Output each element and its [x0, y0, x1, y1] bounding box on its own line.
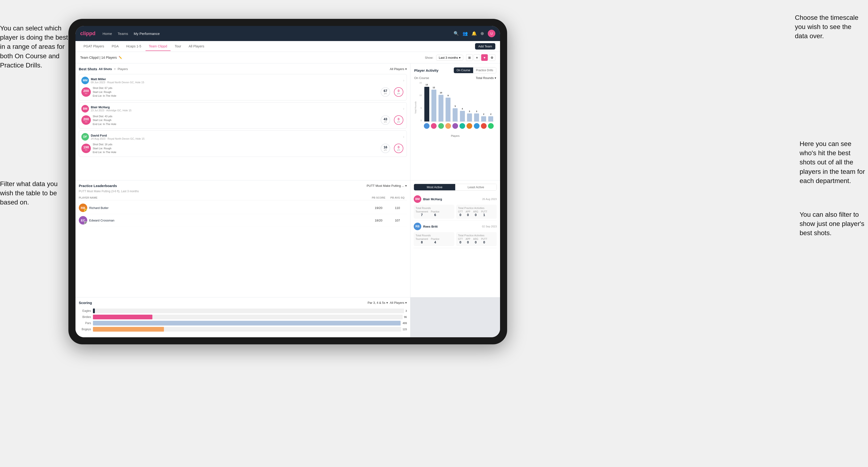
tabs-bar: PGAT Players PGA Hcaps 1-5 Team Clippd T…: [75, 41, 500, 52]
scoring-header: Scoring Par 3, 4 & 5s ▾ All Players ▾: [79, 301, 407, 305]
navbar-links: Home Teams My Performance: [102, 32, 454, 36]
annotation-filter-shots: You can also filter to show just one pla…: [800, 210, 868, 238]
avg-0: 110: [388, 206, 407, 210]
shots-tab-all[interactable]: All Shots: [99, 67, 112, 71]
shots-tab-players[interactable]: Players: [118, 67, 128, 71]
tablet-frame: clippd Home Teams My Performance 🔍 👥 🔔 ⊕…: [68, 19, 507, 344]
chevron-right-icon-1: ›: [403, 106, 404, 111]
active-avatar-1: RB: [414, 223, 421, 230]
show-label: Show:: [425, 56, 433, 59]
practice-drills-toggle[interactable]: Practice Drills: [473, 67, 496, 73]
nav-home[interactable]: Home: [102, 32, 112, 36]
score-0: 19/20: [369, 206, 388, 210]
shot-card-2[interactable]: DF David Ford 24 Aug 2023 · Royal North …: [79, 130, 407, 157]
bar-5[interactable]: 4: [460, 111, 465, 121]
shot-details-0: 200 SG Shot Dist: 67 yds Start Lie: Roug…: [81, 86, 404, 98]
bar-7[interactable]: 3: [474, 114, 479, 121]
shot-location-2: 24 Aug 2023 · Royal North Devon GC, Hole…: [91, 137, 145, 140]
bar-4[interactable]: 5: [453, 108, 458, 121]
shot-player-details-0: Matt Miller 09 Jun 2023 · Royal North De…: [91, 77, 144, 84]
active-avatar-0: BM: [414, 195, 421, 203]
player-activity-title: Player Activity: [414, 68, 438, 72]
player-info-cell-0: RB 1 Richard Butler: [79, 204, 369, 212]
avatar-1: [431, 123, 437, 129]
bar-1[interactable]: 12: [431, 90, 436, 121]
nav-teams[interactable]: Teams: [118, 32, 128, 36]
bar-group-4: 5: [452, 82, 458, 121]
shots-tabs: All Shots ▾ Players: [99, 67, 128, 71]
bar-2[interactable]: 10: [438, 95, 443, 121]
shot-stat-dist-0: 67 yds: [380, 87, 391, 97]
shot-details-2: 198 SG Shot Dist: 16 yds Start Lie: Roug…: [81, 143, 404, 154]
settings-view-icon[interactable]: ⚙: [489, 54, 495, 61]
score-1: 18/20: [369, 219, 388, 222]
tab-pga[interactable]: PGA: [108, 42, 122, 51]
bars-container: 13 12 10: [424, 82, 494, 122]
sub-panel-header: On Course Total Rounds ▾: [414, 76, 496, 80]
shot-card-0[interactable]: MM Matt Miller 09 Jun 2023 · Royal North…: [79, 74, 407, 100]
shot-card-1[interactable]: BM Blair McHarg 23 Jul 2023 · Ashridge G…: [79, 102, 407, 129]
leaderboard-header: PLAYER NAME PB SCORE PB AVG SQ: [79, 195, 407, 200]
stats-grid-0: Total Rounds Tournament 7 Practice 6: [414, 205, 497, 219]
scoring-bar-eagles: [93, 309, 95, 313]
leaderboard-row-0[interactable]: RB 1 Richard Butler 19/20 110: [79, 201, 407, 214]
scoring-row-eagles: Eagles 3: [79, 309, 407, 313]
rank-badge-1: 2: [84, 221, 87, 224]
nav-my-performance[interactable]: My Performance: [134, 32, 160, 36]
shot-avatar-2: DF: [81, 133, 89, 141]
on-course-toggle[interactable]: On Course: [454, 67, 473, 73]
list-view-icon[interactable]: ≡: [474, 54, 480, 61]
add-team-button[interactable]: Add Team: [475, 43, 495, 50]
scoring-row-birdies: Birdies 96: [79, 315, 407, 319]
add-circle-icon[interactable]: ⊕: [480, 31, 484, 36]
metric-dropdown[interactable]: Total Rounds ▾: [476, 76, 496, 80]
chevron-down-icon: ▾: [405, 301, 407, 305]
edit-icon[interactable]: ✏️: [119, 56, 122, 59]
y-axis: 15 10 5 0: [414, 82, 423, 122]
bar-0[interactable]: 13: [424, 87, 429, 121]
tab-tour[interactable]: Tour: [172, 42, 184, 51]
users-icon[interactable]: 👥: [463, 31, 468, 36]
bell-icon[interactable]: 🔔: [471, 31, 477, 36]
shot-player-details-2: David Ford 24 Aug 2023 · Royal North Dev…: [91, 134, 145, 140]
avatar-0: [424, 123, 430, 129]
avatar-8: [481, 123, 487, 129]
shot-stat-dist-2: 16 yds: [380, 144, 391, 153]
scoring-filter-1[interactable]: Par 3, 4 & 5s ▾: [368, 301, 388, 305]
tab-pgat-players[interactable]: PGAT Players: [80, 42, 107, 51]
shot-info-1: Shot Dist: 43 yds Start Lie: Rough End L…: [93, 115, 378, 126]
scoring-bar-pars: [93, 321, 401, 325]
shot-details-1: 200 SG Shot Dist: 43 yds Start Lie: Roug…: [81, 115, 404, 126]
most-active-toggle[interactable]: Most Active: [414, 184, 455, 190]
search-icon[interactable]: 🔍: [454, 31, 459, 36]
show-dropdown[interactable]: Last 3 months ▾: [436, 55, 463, 61]
scoring-row-pars: Pars 499: [79, 321, 407, 325]
practice-drill-dropdown[interactable]: PUTT Must Make Putting ... ▾: [367, 184, 407, 187]
grid-view-icon[interactable]: ⊞: [466, 54, 473, 61]
bar-group-8: 2: [481, 82, 487, 121]
tab-hcaps[interactable]: Hcaps 1-5: [123, 42, 145, 51]
avatar-3: [445, 123, 451, 129]
stats-row-practice-1: GTT 0 APP 0 ARG 0: [458, 238, 495, 244]
avg-1: 107: [388, 219, 407, 222]
avatar-4: [452, 123, 458, 129]
shot-info-0: Shot Dist: 67 yds Start Lie: Rough End L…: [93, 86, 378, 98]
bar-3[interactable]: 9: [445, 98, 451, 121]
least-active-toggle[interactable]: Least Active: [455, 184, 497, 190]
course-toggle-group: On Course Practice Drills: [454, 67, 496, 73]
shot-badge-2: 198 SG: [81, 144, 91, 153]
tab-all-players[interactable]: All Players: [185, 42, 208, 51]
tab-team-clippd[interactable]: Team Clippd: [146, 42, 170, 51]
bar-9[interactable]: 2: [488, 116, 493, 121]
bar-8[interactable]: 2: [481, 116, 486, 121]
bar-6[interactable]: 3: [467, 114, 472, 121]
user-avatar[interactable]: U: [488, 30, 495, 37]
player-info-cell-1: EC 2 Edward Crossman: [79, 216, 369, 224]
player-activity-panel: Player Activity On Course Practice Drill…: [410, 63, 500, 180]
scoring-filter-2[interactable]: All Players ▾: [390, 301, 407, 305]
leaderboard-row-1[interactable]: EC 2 Edward Crossman 18/20 107: [79, 214, 407, 227]
shot-player-details-1: Blair McHarg 23 Jul 2023 · Ashridge GC, …: [91, 105, 131, 112]
shots-filter-dropdown[interactable]: All Players ▾: [390, 67, 407, 71]
heart-view-icon[interactable]: ♥: [481, 54, 488, 61]
navbar-logo: clippd: [80, 30, 96, 36]
